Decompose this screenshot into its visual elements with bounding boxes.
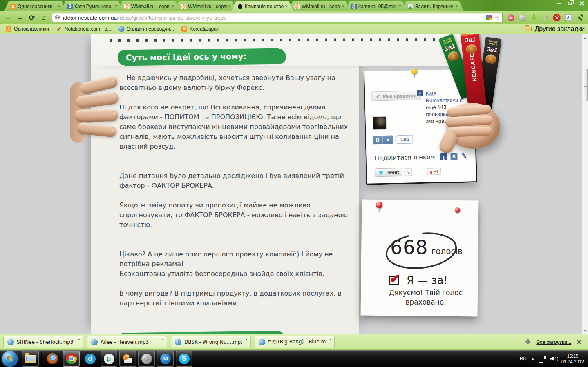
google-plus-one-button[interactable]: g +1 xyxy=(427,168,441,175)
back-button[interactable]: ← xyxy=(3,13,13,22)
taskbar-mail-bird-button[interactable] xyxy=(119,351,136,367)
vk-heart-button[interactable]: ♥ xyxy=(382,135,393,144)
liker-avatar[interactable] xyxy=(373,117,386,130)
taskbar-divider xyxy=(41,353,42,365)
close-downloads-bar-icon[interactable]: ✕ xyxy=(577,339,581,345)
tab-close-icon[interactable]: × xyxy=(342,4,344,9)
fb-like-button[interactable]: ✔ Мне нравится xyxy=(371,91,421,101)
bookmarks-bar: Одноклассники ✓ Notabenoid.com - с... Он… xyxy=(0,24,588,34)
taskbar-skype-button[interactable]: S xyxy=(176,351,192,367)
scroll-up-icon[interactable]: ▲ xyxy=(582,34,588,41)
download-item[interactable]: ♪ 빅뱅(Big Bang) - Blue.mp3 ▼ xyxy=(255,336,335,348)
download-menu-caret-icon[interactable]: ▼ xyxy=(329,338,332,341)
tab-close-icon[interactable]: × xyxy=(115,4,117,9)
bookmark-notabenoid[interactable]: ✓ Notabenoid.com - с... xyxy=(54,25,114,33)
address-bar[interactable]: ideax-nescafe.com.ua/ideas/green/kompani… xyxy=(52,13,503,22)
page-viewport: Суть моєї Ідеї ось у чому: Не вдаючись у… xyxy=(0,34,588,334)
windows-flag-icon xyxy=(7,355,13,362)
wmmail-favicon-icon: @ xyxy=(181,4,186,9)
page-action-grid-icon[interactable] xyxy=(486,15,492,20)
tab-title: WMmail.ru - сервис xyxy=(302,4,340,9)
page-scrollbar[interactable]: ▲ ▼ xyxy=(582,34,588,334)
paragraph: Якщо ж зміну попиту чи пропозиції майже … xyxy=(119,200,356,230)
tab-odnoklassniki[interactable]: Одноклассники × xyxy=(4,1,66,11)
tray-expand-icon[interactable]: ▲ xyxy=(531,357,534,360)
check-icon: ✔ xyxy=(376,93,380,99)
signal-bars-extension-icon[interactable] xyxy=(541,14,549,22)
tab-close-icon[interactable]: × xyxy=(399,4,401,9)
downloads-bar-right: Все загрузки... ✕ xyxy=(525,339,585,345)
utorrent-icon: µ xyxy=(104,354,114,364)
nescafe-brand-text: NESCAFE xyxy=(470,62,478,81)
restore-button[interactable] xyxy=(566,1,574,6)
media-player-icon xyxy=(141,354,152,364)
tab-ideax-active[interactable]: Компанія по створе × xyxy=(231,1,293,11)
tab-mailru[interactable]: @ katrinka_95@mail.ru × xyxy=(345,1,407,11)
tab-close-icon[interactable]: × xyxy=(228,4,231,9)
skype-icon: S xyxy=(179,354,190,364)
download-menu-caret-icon[interactable]: ▼ xyxy=(245,338,248,341)
tab-wmmail-3[interactable]: @ WMmail.ru - сервис × xyxy=(288,1,350,11)
tab-close-icon[interactable]: × xyxy=(172,4,174,9)
taskbar-media-player-button[interactable] xyxy=(138,351,155,367)
bookmark-label: Notabenoid.com - с... xyxy=(65,26,111,32)
translate-extension-icon[interactable]: A xyxy=(564,14,572,22)
network-icon[interactable] xyxy=(539,356,546,362)
red-pin-icon xyxy=(376,202,382,212)
tab-wmmail-2[interactable]: @ WMmail.ru - сервис × xyxy=(174,1,237,11)
download-menu-caret-icon[interactable]: ▼ xyxy=(78,338,80,341)
paragraph: В чому вигода? В підтримці продукту, в д… xyxy=(119,289,356,308)
tab-vk-katya[interactable]: В Катя Румянцева × xyxy=(61,1,123,11)
lastfm-extension-icon[interactable]: as xyxy=(507,14,515,22)
show-all-downloads-link[interactable]: Все загрузки... xyxy=(536,339,571,345)
downloads-bar: ♪ SHINee - Sherlock.mp3 ▼ ♪ Ailee - Heav… xyxy=(0,334,588,350)
wrench-menu-icon[interactable] xyxy=(576,14,584,22)
language-indicator[interactable]: RU xyxy=(520,356,527,362)
facebook-icon: f xyxy=(417,90,423,96)
clock[interactable]: 15:15 01.04.2012 xyxy=(561,353,584,365)
bookmark-translator[interactable]: Онлайн-переводчи... xyxy=(116,25,177,33)
taskbar-bsplayer-button[interactable]: BS xyxy=(157,351,174,367)
browser-tab-strip: Одноклассники × В Катя Румянцева × @ WMm… xyxy=(0,0,588,11)
close-window-button[interactable] xyxy=(577,1,586,6)
globe-extension-icon[interactable] xyxy=(519,14,526,22)
download-item[interactable]: ♪ DBSK - Wrong Nu....mp3 ▼ xyxy=(171,336,251,348)
tab-close-icon[interactable]: × xyxy=(456,4,458,9)
red-check-icon: ✔ xyxy=(389,271,401,287)
other-bookmarks-button[interactable]: Другие закладки xyxy=(525,25,585,33)
download-item[interactable]: ♪ Ailee - Heaven.mp3 ▼ xyxy=(87,336,167,348)
folder-icon xyxy=(525,27,532,31)
taskbar-firefox-button[interactable] xyxy=(44,351,61,367)
forward-button[interactable]: → xyxy=(15,13,25,22)
home-button[interactable]: ⌂ xyxy=(38,13,49,22)
tab-wmmail-1[interactable]: @ WMmail.ru - сервис × xyxy=(118,1,180,11)
volume-icon[interactable] xyxy=(550,356,557,362)
scroll-down-icon[interactable]: ▼ xyxy=(582,327,588,334)
scrollbar-thumb[interactable] xyxy=(583,69,588,101)
vk-like-widget: В ♥ 185 xyxy=(373,135,413,144)
minimize-button[interactable] xyxy=(554,1,563,6)
download-menu-caret-icon[interactable]: ▼ xyxy=(161,338,164,341)
bookmark-star-icon[interactable]: ☆ xyxy=(494,15,500,21)
downloader-extension-icon[interactable] xyxy=(530,14,538,22)
vk-like-button[interactable]: В xyxy=(373,136,382,144)
taskbar-chrome-button[interactable] xyxy=(63,351,80,367)
tab-close-icon[interactable]: × xyxy=(285,4,288,9)
taskbar-explorer-button[interactable] xyxy=(22,351,39,367)
vote-checkbox[interactable]: ✔ xyxy=(389,276,399,285)
taskbar-deezer-button[interactable]: d xyxy=(82,351,98,367)
reload-button[interactable]: ⟳ xyxy=(27,13,37,22)
bookmark-odnoklassniki[interactable]: Одноклассники xyxy=(3,25,51,33)
vk-favicon-icon: В xyxy=(67,4,73,9)
tab-close-icon[interactable]: × xyxy=(58,4,60,9)
url-text[interactable]: ideax-nescafe.com.ua/ideas/green/kompani… xyxy=(63,15,486,21)
download-item[interactable]: ♪ SHINee - Sherlock.mp3 ▼ xyxy=(3,336,83,348)
coffee-cup-art xyxy=(465,44,477,54)
taskbar-utorrent-button[interactable]: µ xyxy=(101,351,117,367)
tab-title: Одноклассники xyxy=(18,4,56,9)
bookmark-korea-japan[interactable]: B Korea&Japan xyxy=(179,25,222,33)
adblock-paw-extension-icon[interactable] xyxy=(553,14,561,22)
tweet-button[interactable]: Tweet xyxy=(375,168,402,177)
tab-image-upload[interactable]: Залить Картинку - 3 × xyxy=(402,1,464,11)
start-button[interactable] xyxy=(2,351,18,367)
